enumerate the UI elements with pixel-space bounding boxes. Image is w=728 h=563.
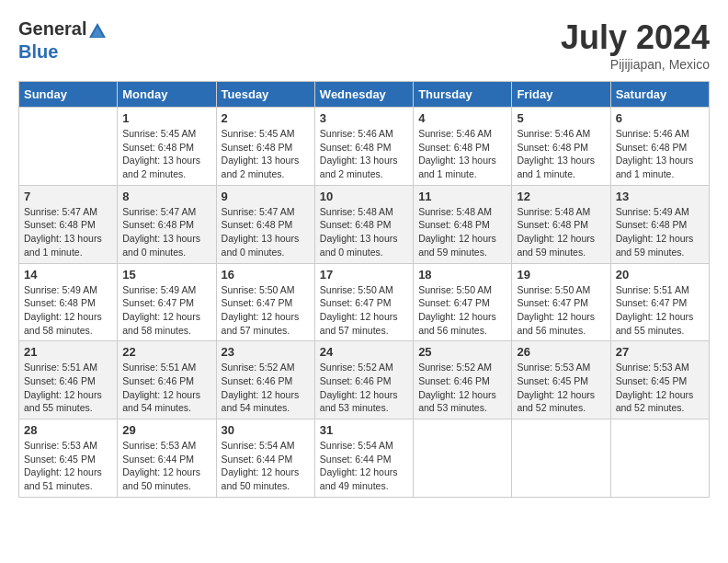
day-number: 21 [24, 345, 112, 359]
calendar-cell: 21Sunrise: 5:51 AMSunset: 6:46 PMDayligh… [19, 341, 118, 419]
day-info: Sunrise: 5:47 AMSunset: 6:48 PMDaylight:… [222, 205, 310, 259]
calendar-cell: 26Sunrise: 5:53 AMSunset: 6:45 PMDayligh… [512, 341, 610, 419]
calendar-cell: 15Sunrise: 5:49 AMSunset: 6:47 PMDayligh… [118, 263, 216, 341]
calendar-cell: 6Sunrise: 5:46 AMSunset: 6:48 PMDaylight… [610, 108, 709, 186]
day-number: 15 [122, 268, 210, 282]
day-info: Sunrise: 5:47 AMSunset: 6:48 PMDaylight:… [24, 205, 112, 259]
calendar-cell [414, 419, 512, 498]
day-info: Sunrise: 5:50 AMSunset: 6:47 PMDaylight:… [418, 283, 506, 338]
calendar-cell: 2Sunrise: 5:45 AMSunset: 6:48 PMDaylight… [216, 108, 314, 186]
day-info: Sunrise: 5:53 AMSunset: 6:45 PMDaylight:… [517, 361, 605, 415]
calendar-cell: 28Sunrise: 5:53 AMSunset: 6:45 PMDayligh… [19, 419, 118, 498]
day-info: Sunrise: 5:50 AMSunset: 6:47 PMDaylight:… [222, 283, 310, 338]
day-info: Sunrise: 5:46 AMSunset: 6:48 PMDaylight:… [320, 127, 408, 181]
day-info: Sunrise: 5:53 AMSunset: 6:44 PMDaylight:… [122, 439, 210, 493]
calendar-cell: 3Sunrise: 5:46 AMSunset: 6:48 PMDaylight… [314, 108, 413, 186]
day-number: 13 [616, 190, 704, 203]
calendar-cell: 8Sunrise: 5:47 AMSunset: 6:48 PMDaylight… [118, 185, 216, 263]
day-info: Sunrise: 5:46 AMSunset: 6:48 PMDaylight:… [418, 127, 506, 181]
calendar-cell: 31Sunrise: 5:54 AMSunset: 6:44 PMDayligh… [314, 419, 413, 498]
day-info: Sunrise: 5:48 AMSunset: 6:48 PMDaylight:… [517, 205, 605, 259]
day-number: 8 [122, 190, 210, 203]
calendar-week-3: 14Sunrise: 5:49 AMSunset: 6:48 PMDayligh… [19, 263, 710, 341]
header-sunday: Sunday [19, 82, 118, 108]
day-number: 1 [122, 111, 210, 125]
header-thursday: Thursday [414, 82, 512, 108]
header-friday: Friday [512, 82, 610, 108]
calendar-cell: 9Sunrise: 5:47 AMSunset: 6:48 PMDaylight… [216, 185, 314, 263]
day-info: Sunrise: 5:45 AMSunset: 6:48 PMDaylight:… [122, 127, 210, 181]
day-number: 22 [122, 345, 210, 359]
calendar-cell: 7Sunrise: 5:47 AMSunset: 6:48 PMDaylight… [19, 185, 118, 263]
day-number: 23 [222, 345, 310, 359]
day-number: 27 [616, 345, 704, 359]
calendar-cell: 24Sunrise: 5:52 AMSunset: 6:46 PMDayligh… [314, 341, 413, 419]
day-number: 7 [24, 190, 112, 203]
day-info: Sunrise: 5:54 AMSunset: 6:44 PMDaylight:… [320, 439, 408, 493]
day-info: Sunrise: 5:48 AMSunset: 6:48 PMDaylight:… [418, 205, 506, 259]
day-number: 28 [24, 423, 112, 437]
logo-general: General [18, 18, 86, 39]
calendar-cell: 30Sunrise: 5:54 AMSunset: 6:44 PMDayligh… [216, 419, 314, 498]
day-info: Sunrise: 5:48 AMSunset: 6:48 PMDaylight:… [320, 205, 408, 259]
calendar-table: Sunday Monday Tuesday Wednesday Thursday… [18, 81, 710, 498]
header-tuesday: Tuesday [216, 82, 314, 108]
day-number: 18 [418, 268, 506, 282]
day-number: 12 [517, 190, 605, 203]
day-info: Sunrise: 5:49 AMSunset: 6:47 PMDaylight:… [122, 283, 210, 338]
calendar-cell [512, 419, 610, 498]
calendar-week-1: 1Sunrise: 5:45 AMSunset: 6:48 PMDaylight… [19, 108, 710, 186]
day-number: 16 [222, 268, 310, 282]
day-number: 31 [320, 423, 408, 437]
day-number: 29 [122, 423, 210, 437]
header-wednesday: Wednesday [314, 82, 413, 108]
day-number: 5 [517, 111, 605, 125]
day-info: Sunrise: 5:53 AMSunset: 6:45 PMDaylight:… [24, 439, 112, 493]
calendar-cell: 1Sunrise: 5:45 AMSunset: 6:48 PMDaylight… [118, 108, 216, 186]
day-number: 10 [320, 190, 408, 203]
logo-blue: Blue [18, 41, 58, 62]
calendar-cell: 23Sunrise: 5:52 AMSunset: 6:46 PMDayligh… [216, 341, 314, 419]
calendar-cell: 25Sunrise: 5:52 AMSunset: 6:46 PMDayligh… [414, 341, 512, 419]
day-number: 4 [418, 111, 506, 125]
day-number: 25 [418, 345, 506, 359]
day-info: Sunrise: 5:52 AMSunset: 6:46 PMDaylight:… [320, 361, 408, 415]
calendar-cell: 18Sunrise: 5:50 AMSunset: 6:47 PMDayligh… [414, 263, 512, 341]
calendar-cell: 29Sunrise: 5:53 AMSunset: 6:44 PMDayligh… [118, 419, 216, 498]
day-number: 26 [517, 345, 605, 359]
day-number: 9 [222, 190, 310, 203]
calendar-cell [610, 419, 709, 498]
calendar-cell: 17Sunrise: 5:50 AMSunset: 6:47 PMDayligh… [314, 263, 413, 341]
calendar-cell: 4Sunrise: 5:46 AMSunset: 6:48 PMDaylight… [414, 108, 512, 186]
calendar-cell [19, 108, 118, 186]
calendar-cell: 27Sunrise: 5:53 AMSunset: 6:45 PMDayligh… [610, 341, 709, 419]
logo-icon [87, 21, 108, 41]
calendar-cell: 16Sunrise: 5:50 AMSunset: 6:47 PMDayligh… [216, 263, 314, 341]
day-number: 19 [517, 268, 605, 282]
day-number: 24 [320, 345, 408, 359]
calendar-week-4: 21Sunrise: 5:51 AMSunset: 6:46 PMDayligh… [19, 341, 710, 419]
calendar-week-5: 28Sunrise: 5:53 AMSunset: 6:45 PMDayligh… [19, 419, 710, 498]
day-info: Sunrise: 5:51 AMSunset: 6:46 PMDaylight:… [24, 361, 112, 415]
day-info: Sunrise: 5:51 AMSunset: 6:47 PMDaylight:… [616, 283, 704, 338]
page-header: General Blue July 2024 Pijijiapan, Mexic… [18, 18, 710, 72]
day-info: Sunrise: 5:46 AMSunset: 6:48 PMDaylight:… [616, 127, 704, 181]
day-number: 6 [616, 111, 704, 125]
calendar-week-2: 7Sunrise: 5:47 AMSunset: 6:48 PMDaylight… [19, 185, 710, 263]
calendar-cell: 5Sunrise: 5:46 AMSunset: 6:48 PMDaylight… [512, 108, 610, 186]
day-number: 30 [222, 423, 310, 437]
day-info: Sunrise: 5:53 AMSunset: 6:45 PMDaylight:… [616, 361, 704, 415]
title-area: July 2024 Pijijiapan, Mexico [561, 18, 710, 72]
day-number: 2 [222, 111, 310, 125]
location: Pijijiapan, Mexico [561, 57, 710, 72]
day-info: Sunrise: 5:52 AMSunset: 6:46 PMDaylight:… [418, 361, 506, 415]
logo-text: General Blue [18, 18, 108, 63]
calendar-cell: 20Sunrise: 5:51 AMSunset: 6:47 PMDayligh… [610, 263, 709, 341]
calendar-cell: 22Sunrise: 5:51 AMSunset: 6:46 PMDayligh… [118, 341, 216, 419]
day-number: 11 [418, 190, 506, 203]
day-info: Sunrise: 5:49 AMSunset: 6:48 PMDaylight:… [616, 205, 704, 259]
day-info: Sunrise: 5:46 AMSunset: 6:48 PMDaylight:… [517, 127, 605, 181]
logo: General Blue [18, 18, 108, 63]
header-monday: Monday [118, 82, 216, 108]
calendar-cell: 13Sunrise: 5:49 AMSunset: 6:48 PMDayligh… [610, 185, 709, 263]
